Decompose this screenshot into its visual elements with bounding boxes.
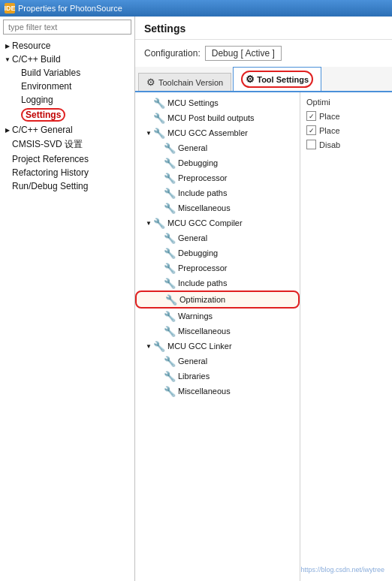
checkbox-place1[interactable] (306, 111, 316, 121)
sidebar-item-environment[interactable]: Environment (0, 80, 134, 93)
sicon-link-misc: 🔧 (164, 385, 176, 397)
tabs-bar: ⚙ Toolchain Version ⚙ Tool Settings (135, 67, 392, 92)
label-project-references: Project References (12, 154, 89, 164)
sarrow-gcc-asm: ▼ (146, 130, 153, 137)
config-bar: Configuration: Debug [ Active ] (135, 40, 392, 67)
sicon-gcc-comp: 🔧 (153, 217, 165, 229)
sidebar-item-project-references[interactable]: Project References (0, 152, 134, 166)
slabel-mcu-settings: MCU Settings (167, 98, 219, 107)
slabel-linker-libraries: Libraries (178, 372, 210, 381)
slabel-gcc-general: General (178, 233, 207, 242)
sicon-asm-pre: 🔧 (164, 172, 176, 184)
stree-linker-libraries[interactable]: 🔧 Libraries (135, 369, 300, 384)
sicon-gcc-asm: 🔧 (153, 127, 165, 139)
stree-asm-general[interactable]: 🔧 General (135, 140, 300, 155)
sicon-asm-gen: 🔧 (164, 142, 176, 154)
slabel-gcc-include: Include paths (178, 278, 227, 287)
panel-label-disab: Disab (319, 140, 340, 149)
sidebar-item-run-debug[interactable]: Run/Debug Setting (0, 179, 134, 193)
slabel-asm-misc: Miscellaneous (178, 203, 231, 212)
checkbox-place2[interactable] (306, 125, 316, 135)
stree-mcu-post-build[interactable]: 🔧 MCU Post build outputs (135, 110, 300, 125)
sicon-mcu-settings: 🔧 (153, 97, 165, 109)
page-title: Settings (135, 17, 392, 40)
ide-icon: IDE (5, 3, 15, 14)
slabel-mcu-gcc-linker: MCU GCC Linker (167, 342, 232, 351)
stree-mcu-gcc-linker[interactable]: ▼ 🔧 MCU GCC Linker (135, 339, 300, 354)
sicon-gcc-inc: 🔧 (164, 277, 176, 289)
stree-gcc-debugging[interactable]: 🔧 Debugging (135, 245, 300, 260)
settings-panel: Optimi Place Place Disab (300, 92, 392, 581)
sidebar-item-resource[interactable]: Resource (0, 39, 134, 53)
stree-linker-misc[interactable]: 🔧 Miscellaneous (135, 384, 300, 399)
slabel-gcc-preprocessor: Preprocessor (178, 263, 227, 272)
label-cpp-general: C/C++ General (12, 125, 73, 135)
watermark: https://blog.csdn.net/iwytree (300, 566, 384, 573)
stree-mcu-gcc-compiler[interactable]: ▼ 🔧 MCU GCC Compiler (135, 215, 300, 230)
sicon-gcc-warn: 🔧 (164, 310, 176, 322)
stree-mcu-settings[interactable]: 🔧 MCU Settings (135, 95, 300, 110)
title-bar: IDE Properties for PhotonSource (0, 0, 392, 17)
toolchain-icon: ⚙ (146, 77, 155, 88)
config-label: Configuration: (144, 48, 201, 59)
sicon-link-lib: 🔧 (164, 370, 176, 382)
stree-gcc-general[interactable]: 🔧 General (135, 230, 300, 245)
tab-tool-settings-label: Tool Settings (257, 75, 309, 84)
arrow-cpp-general (3, 125, 12, 134)
slabel-mcu-gcc-assembler: MCU GCC Assembler (167, 128, 248, 137)
tab-toolchain-version[interactable]: ⚙ Toolchain Version (138, 73, 231, 91)
slabel-asm-preprocessor: Preprocessor (178, 173, 227, 182)
checkbox-disab[interactable] (306, 140, 316, 149)
sidebar-item-cmsis[interactable]: CMSIS-SVD 设置 (0, 137, 134, 152)
filter-input[interactable] (3, 20, 131, 35)
sarrow-gcc-comp: ▼ (146, 220, 153, 227)
stree-asm-include[interactable]: 🔧 Include paths (135, 185, 300, 200)
stree-asm-preprocessor[interactable]: 🔧 Preprocessor (135, 170, 300, 185)
stree-gcc-preprocessor[interactable]: 🔧 Preprocessor (135, 260, 300, 275)
sicon-linker: 🔧 (153, 340, 165, 352)
slabel-linker-misc: Miscellaneous (178, 387, 231, 396)
stree-gcc-optimization[interactable]: 🔧 Optimization (135, 290, 300, 309)
stree-gcc-misc[interactable]: 🔧 Miscellaneous (135, 324, 300, 339)
sicon-asm-dbg: 🔧 (164, 157, 176, 169)
slabel-mcu-post-build: MCU Post build outputs (167, 113, 255, 122)
stree-mcu-gcc-assembler[interactable]: ▼ 🔧 MCU GCC Assembler (135, 125, 300, 140)
label-cpp-build: C/C++ Build (12, 54, 61, 65)
panel-row-0: Place (303, 109, 389, 123)
label-settings: Settings (21, 108, 65, 122)
label-build-variables: Build Variables (21, 68, 80, 78)
sidebar-tree: Resource C/C++ Build Build Variables Env… (0, 38, 134, 581)
sidebar-item-cpp-general[interactable]: C/C++ General (0, 123, 134, 137)
sidebar-item-cpp-build[interactable]: C/C++ Build (0, 53, 134, 66)
sicon-gcc-gen: 🔧 (164, 232, 176, 244)
panel-title-row: Optimi (303, 95, 389, 109)
stree-linker-general[interactable]: 🔧 General (135, 354, 300, 369)
sidebar-item-logging[interactable]: Logging (0, 93, 134, 107)
sicon-asm-misc: 🔧 (164, 202, 176, 214)
sidebar: Resource C/C++ Build Build Variables Env… (0, 17, 135, 581)
sicon-gcc-misc: 🔧 (164, 325, 176, 337)
sidebar-item-build-variables[interactable]: Build Variables (0, 66, 134, 80)
sidebar-item-settings[interactable]: Settings (0, 107, 134, 123)
slabel-linker-general: General (178, 357, 207, 366)
sidebar-item-refactoring[interactable]: Refactoring History (0, 166, 134, 179)
content-area: Settings Configuration: Debug [ Active ]… (135, 17, 392, 581)
stree-gcc-warnings[interactable]: 🔧 Warnings (135, 309, 300, 324)
stree-asm-debugging[interactable]: 🔧 Debugging (135, 155, 300, 170)
tool-settings-circle: ⚙ Tool Settings (241, 71, 313, 88)
slabel-asm-debugging: Debugging (178, 158, 218, 167)
tab-tool-settings[interactable]: ⚙ Tool Settings (233, 67, 321, 91)
slabel-gcc-misc: Miscellaneous (178, 327, 231, 336)
panel-row-2: Disab (303, 137, 389, 152)
sicon-link-gen: 🔧 (164, 355, 176, 367)
main-layout: Resource C/C++ Build Build Variables Env… (0, 17, 392, 581)
sicon-gcc-opt: 🔧 (165, 294, 177, 306)
label-logging: Logging (21, 95, 53, 105)
panel-label-place1: Place (319, 112, 340, 121)
stree-asm-misc[interactable]: 🔧 Miscellaneous (135, 200, 300, 215)
panel-row-1: Place (303, 123, 389, 137)
stree-gcc-include[interactable]: 🔧 Include paths (135, 275, 300, 290)
tab-toolchain-label: Toolchain Version (158, 78, 223, 87)
label-resource: Resource (12, 41, 50, 51)
panel-title: Optimi (306, 98, 330, 107)
